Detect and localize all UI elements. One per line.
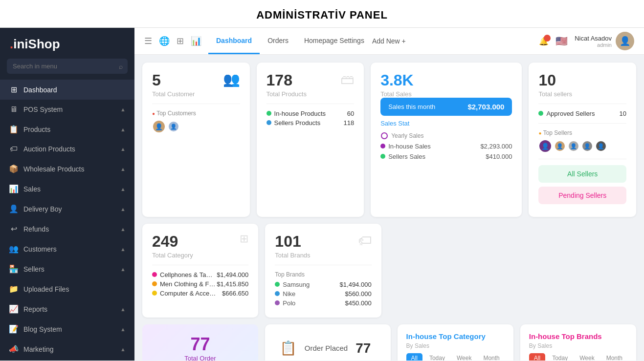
seller-avatar: 👤 [554,140,566,152]
filter-all-button[interactable]: All [529,353,545,361]
brand-row-1: Samsung $1,494.000 [275,281,371,288]
sidebar-item-blog-system[interactable]: 📝 Blog System ▲ [0,319,134,339]
chevron-icon: ▲ [120,106,126,112]
category-row-2: Men Clothing & F… $1,415.850 [152,280,248,288]
inhouse-brands-filters: All Today Week Month [529,353,627,361]
sidebar-item-products[interactable]: 📋 Products ▲ [0,119,134,139]
sidebar-item-wholesale-products[interactable]: 📦 Wholesale Products ▲ [0,159,134,179]
reports-icon: 📈 [9,304,19,314]
add-new-button[interactable]: Add New + [372,28,406,54]
pending-sellers-button[interactable]: Pending Sellers [538,187,626,204]
filter-month-button[interactable]: Month [601,353,627,361]
brand-row-3: Polo $450.000 [275,299,371,307]
grid-icon[interactable]: ⊞ [177,36,184,46]
top-sellers-label: ● Top Sellers [538,129,626,136]
sidebar-item-sales[interactable]: 📊 Sales ▲ [0,179,134,199]
inhouse-category-by-sales: By Sales [406,342,505,349]
sidebar: .iniShop ⌕ ⊞ Dashboard 🖥 POS System [0,28,134,361]
sidebar-item-refunds[interactable]: ↩ Refunds ▲ [0,219,134,239]
top-customers-label: ● Top Customers [152,110,240,117]
sellers-count: 10 [538,71,572,89]
user-profile[interactable]: Nicat Asadov admin 👤 [575,32,634,50]
notification-bell[interactable]: 🔔 [539,37,549,46]
seller-avatar: 👤 [568,140,579,152]
tab-homepage-settings[interactable]: Homepage Settings [296,28,372,54]
sidebar-item-delivery-boy[interactable]: 👤 Delivery Boy ▲ [0,199,134,219]
sales-label: Total Sales [380,90,414,98]
tab-orders[interactable]: Orders [260,28,296,54]
seller-avatar: 👤 [538,139,552,153]
inhouse-sales-row: In-house Sales $2,293.000 [380,143,512,150]
chevron-icon: ▲ [120,166,126,172]
avatar: 👤 [616,32,634,50]
seller-avatars: 👤 👤 👤 👤 👤 [538,139,626,153]
top-bar-left: ☰ 🌐 ⊞ 📊 Dashboard Orders Homepage Settin… [144,28,406,54]
dashboard-content: 5 Total Customer 👥 ● Top Customers 👤 👤 [134,55,644,361]
sidebar-item-label: Wholesale Products [23,165,85,173]
filter-today-button[interactable]: Today [424,353,450,361]
filter-today-button[interactable]: Today [547,353,573,361]
sidebar-item-label: Refunds [23,225,49,233]
brands-label: Total Brands [275,252,310,259]
total-sales-card: 3.8K Total Sales Sales this month $2,703… [371,63,522,217]
sidebar-item-customers[interactable]: 👥 Customers ▲ [0,239,134,259]
stats-icon[interactable]: 📊 [191,36,201,46]
order-placed-card: 📋 Order Placed 77 [265,324,391,361]
total-order-card: 77 Total Order [142,324,258,361]
chevron-icon: ▲ [120,146,126,152]
sales-count: 3.8K [380,71,414,89]
filter-month-button[interactable]: Month [478,353,504,361]
sidebar-item-label: Customers [23,245,57,253]
menu-icon[interactable]: ☰ [144,36,152,46]
customer-avatar: 👤 [152,120,166,133]
sidebar-item-label: Dashboard [23,86,57,94]
tab-dashboard[interactable]: Dashboard [208,28,260,54]
sellers-label: Total sellers [538,90,572,98]
sidebar-item-label: Delivery Boy [23,205,62,213]
sidebar-item-uploaded-files[interactable]: 📁 Uploaded Files [0,279,134,299]
auction-icon: 🏷 [9,145,19,153]
sidebar-item-pos-system[interactable]: 🖥 POS System ▲ [0,100,134,119]
all-sellers-button[interactable]: All Sellers [538,165,626,183]
category-icon: ⊞ [240,233,248,245]
sidebar-item-label: Blog System [23,325,62,333]
logo: .iniShop [10,37,60,52]
category-row-1: Cellphones & Ta… $1,494.000 [152,271,248,278]
order-placed-icon: 📋 [280,340,297,356]
sidebar-item-marketing[interactable]: 📣 Marketing ▲ [0,339,134,359]
sidebar-item-sellers[interactable]: 🏪 Sellers ▲ [0,259,134,279]
cards-row-3: 77 Total Order 📋 Order Placed 77 In-hous… [142,324,636,361]
total-category-card: 249 Total Category ⊞ Cellphones & Ta… $1… [142,224,258,318]
chevron-icon: ▲ [120,306,126,312]
sales-stat-link[interactable]: Sales Stat [380,120,512,127]
chevron-icon: ▲ [120,186,126,192]
cards-row-2: 249 Total Category ⊞ Cellphones & Ta… $1… [142,224,636,318]
search-input[interactable] [7,59,128,74]
sidebar-item-auction-products[interactable]: 🏷 Auction Products ▲ [0,139,134,159]
total-sellers-card: 10 Total sellers Approved Sellers 10 ● T… [529,63,636,217]
sidebar-item-reports[interactable]: 📈 Reports ▲ [0,299,134,319]
files-icon: 📁 [9,284,19,294]
globe-icon[interactable]: 🌐 [159,36,170,46]
customers-icon: 👥 [9,244,19,254]
sidebar-item-dashboard[interactable]: ⊞ Dashboard [0,80,134,100]
filter-week-button[interactable]: Week [452,353,476,361]
filter-all-button[interactable]: All [406,353,422,361]
inhouse-products-row: In-house Products 60 [266,110,355,117]
sidebar-item-label: Uploaded Files [23,285,69,293]
svg-point-0 [381,133,387,139]
order-label: Total Order [184,355,216,361]
sellers-placeholder [540,224,636,318]
sellers-sales-row: Sellers Sales $410.000 [380,153,512,160]
notification-badge [544,35,551,42]
wholesale-icon: 📦 [9,164,19,173]
circle-icon [380,132,388,140]
inhouse-top-brands-title: In-house Top Brands [529,332,627,340]
language-flag[interactable]: 🇺🇸 [555,35,568,47]
filter-week-button[interactable]: Week [575,353,599,361]
sales-this-month: Sales this month $2,703.000 [380,98,512,116]
marketing-icon: 📣 [9,344,19,354]
total-customer-card: 5 Total Customer 👥 ● Top Customers 👤 👤 [142,63,250,217]
products-count: 178 [266,71,307,89]
category-count: 249 [152,233,193,251]
